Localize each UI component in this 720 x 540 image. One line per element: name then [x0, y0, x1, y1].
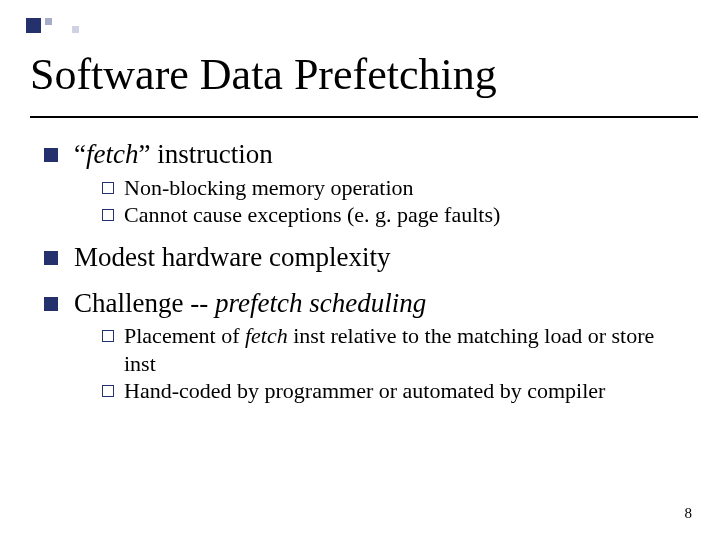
- bullet-fetch-instruction: “fetch” instruction: [44, 138, 684, 172]
- corner-decoration: [26, 18, 84, 34]
- bullet-text: Modest hardware complexity: [74, 241, 390, 275]
- sub-bullet-text: Cannot cause exceptions (e. g. page faul…: [124, 201, 500, 229]
- text-keyword: fetch: [245, 323, 288, 348]
- deco-square-small-b: [72, 26, 79, 33]
- slide: Software Data Prefetching “fetch” instru…: [0, 0, 720, 540]
- text-keyword: fetch: [86, 139, 138, 169]
- slide-title: Software Data Prefetching: [30, 52, 690, 98]
- bullet-hardware-complexity: Modest hardware complexity: [44, 241, 684, 275]
- bullet-square-icon: [44, 251, 58, 265]
- deco-square-large: [26, 18, 41, 33]
- bullet-hollow-icon: [102, 330, 114, 342]
- bullet-square-icon: [44, 148, 58, 162]
- slide-body: “fetch” instruction Non-blocking memory …: [44, 138, 684, 405]
- bullet-text: Challenge -- prefetch scheduling: [74, 287, 426, 321]
- bullet-hollow-icon: [102, 209, 114, 221]
- bullet-hollow-icon: [102, 385, 114, 397]
- title-underline: [30, 116, 698, 118]
- text-pre: “: [74, 139, 86, 169]
- text-a: Placement of: [124, 323, 245, 348]
- deco-square-small-a: [45, 18, 52, 25]
- sub-bullets: Non-blocking memory operation Cannot cau…: [102, 174, 684, 229]
- sub-bullet-text: Placement of fetch inst relative to the …: [124, 322, 684, 377]
- sub-bullet-nonblocking: Non-blocking memory operation: [102, 174, 684, 202]
- text-keyword: prefetch scheduling: [215, 288, 426, 318]
- sub-bullet-text: Non-blocking memory operation: [124, 174, 414, 202]
- bullet-square-icon: [44, 297, 58, 311]
- bullet-challenge: Challenge -- prefetch scheduling: [44, 287, 684, 321]
- bullet-text: “fetch” instruction: [74, 138, 273, 172]
- sub-bullet-placement: Placement of fetch inst relative to the …: [102, 322, 684, 377]
- sub-bullets: Placement of fetch inst relative to the …: [102, 322, 684, 405]
- page-number: 8: [685, 505, 693, 522]
- sub-bullet-text: Hand-coded by programmer or automated by…: [124, 377, 605, 405]
- text-post: ” instruction: [138, 139, 272, 169]
- sub-bullet-exceptions: Cannot cause exceptions (e. g. page faul…: [102, 201, 684, 229]
- bullet-hollow-icon: [102, 182, 114, 194]
- text-pre: Challenge --: [74, 288, 215, 318]
- sub-bullet-handcoded: Hand-coded by programmer or automated by…: [102, 377, 684, 405]
